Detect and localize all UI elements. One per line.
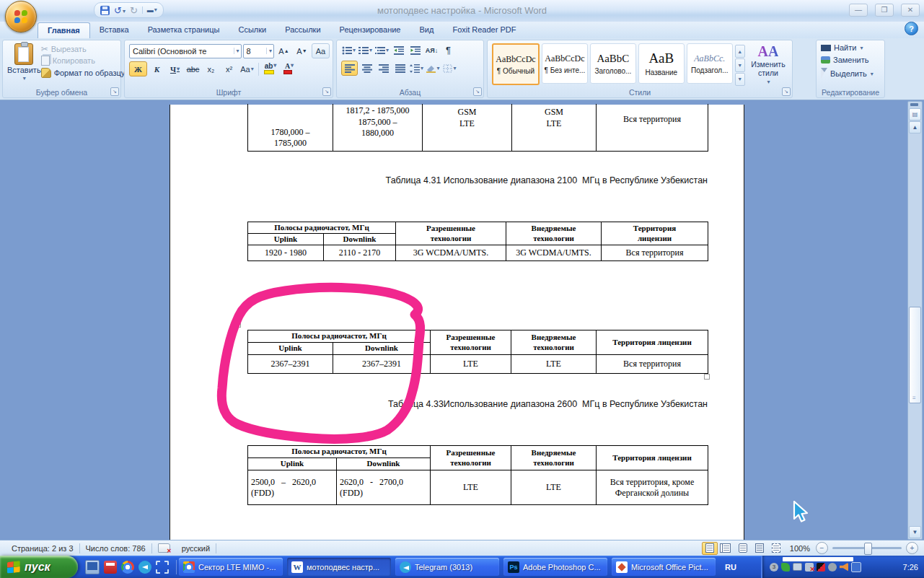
table-2600[interactable]: Полосы радиочастот, МГц Разрешенные техн…: [247, 445, 708, 505]
cell[interactable]: LTE: [431, 470, 511, 505]
tray-antivirus-icon[interactable]: [781, 563, 790, 572]
table-resize-handle[interactable]: [704, 374, 710, 380]
cell[interactable]: GSM LTE: [512, 104, 597, 152]
strikethrough-button[interactable]: abc: [185, 62, 201, 76]
bold-button[interactable]: Ж: [129, 61, 147, 76]
shading-button[interactable]: [426, 61, 441, 75]
cell[interactable]: 2367–2391: [333, 355, 431, 374]
cell[interactable]: 2110 - 2170: [324, 245, 396, 261]
bullets-button[interactable]: [341, 43, 356, 57]
outline-view-icon[interactable]: [752, 542, 767, 555]
increase-indent-button[interactable]: [408, 43, 423, 57]
paste-button[interactable]: Вставить: [7, 43, 41, 86]
cell[interactable]: Вся территория: [602, 245, 708, 261]
scrollbar-thumb[interactable]: [909, 307, 921, 403]
grow-font-button[interactable]: A▲: [276, 44, 292, 58]
header-allowed[interactable]: Разрешенные технологии: [431, 330, 511, 355]
select-button[interactable]: Выделить: [821, 68, 883, 79]
word-count[interactable]: Число слов: 786: [80, 544, 151, 553]
cell[interactable]: 3G WCDMA/UMTS.: [506, 245, 602, 261]
styles-scroll-up[interactable]: ▲: [735, 45, 745, 58]
styles-dialog-launcher[interactable]: [782, 87, 791, 96]
tray-display-icon[interactable]: [793, 563, 802, 571]
header-uplink[interactable]: Uplink: [248, 458, 337, 470]
style-normal[interactable]: AaBbCcDc ¶ Обычный: [492, 43, 540, 85]
align-left-button[interactable]: [341, 61, 358, 76]
task-photoshop[interactable]: Ps Adobe Photoshop C...: [503, 558, 607, 576]
zoom-slider-handle[interactable]: [864, 543, 872, 555]
cell[interactable]: 1920 - 1980: [248, 245, 324, 261]
table-2300[interactable]: Полосы радиочастот, МГц Разрешенные техн…: [247, 330, 708, 374]
chrome-icon[interactable]: [121, 561, 134, 574]
header-uplink[interactable]: Uplink: [248, 343, 333, 355]
tray-volume-icon[interactable]: [840, 563, 848, 572]
cell[interactable]: LTE: [511, 470, 597, 505]
decrease-indent-button[interactable]: [391, 43, 406, 57]
table-select-handle[interactable]: [235, 322, 241, 328]
tab-foxit-reader-pdf[interactable]: Foxit Reader PDF: [443, 22, 525, 38]
spellcheck-icon[interactable]: [158, 543, 170, 553]
office-button[interactable]: [5, 1, 37, 32]
language-indicator[interactable]: русский: [176, 544, 216, 553]
cell[interactable]: GSM LTE: [423, 104, 512, 152]
borders-button[interactable]: [442, 61, 457, 75]
align-right-button[interactable]: [376, 61, 391, 75]
cell[interactable]: 1817,2 - 1875,000 1875,000 – 1880,000: [333, 104, 423, 152]
style-subtitle[interactable]: AaBbCc. Подзагол...: [687, 43, 733, 84]
superscript-button[interactable]: x²: [221, 62, 237, 76]
line-spacing-button[interactable]: [409, 61, 424, 75]
sort-button[interactable]: АЯ↓: [424, 43, 439, 57]
header-band[interactable]: Полосы радиочастот, МГц: [248, 222, 396, 234]
scroll-up-icon[interactable]: ▲: [909, 121, 921, 133]
styles-scroll-down[interactable]: ▼: [735, 58, 745, 71]
tray-flag-icon[interactable]: [817, 563, 825, 572]
header-downlink[interactable]: Downlink: [324, 234, 396, 245]
cell[interactable]: LTE: [431, 355, 511, 374]
ruler-toggle-icon[interactable]: ▤: [909, 108, 921, 121]
change-styles-button[interactable]: AA Изменить стили: [747, 43, 789, 86]
split-handle[interactable]: [910, 103, 918, 106]
cell[interactable]: 3G WCDMA/UMTS.: [396, 245, 506, 261]
header-deployed[interactable]: Внедряемые технологии: [506, 222, 602, 245]
fullscreen-reading-view-icon[interactable]: [718, 542, 734, 555]
tab-vstavka[interactable]: Вставка: [90, 22, 138, 38]
restore-button[interactable]: ❐: [875, 4, 894, 17]
language-bar[interactable]: RU: [718, 563, 744, 572]
cell[interactable]: LTE: [511, 355, 597, 374]
find-button[interactable]: Найти: [821, 43, 883, 52]
font-color-button[interactable]: A: [281, 62, 298, 76]
change-case-button[interactable]: Aa: [239, 62, 255, 76]
tab-glavnaya[interactable]: Главная: [38, 22, 90, 38]
format-painter-button[interactable]: Формат по образцу: [41, 68, 126, 78]
header-uplink[interactable]: Uplink: [248, 234, 324, 245]
table-1800-fragment[interactable]: 1780,000 – 1785,000 1817,2 - 1875,000 18…: [247, 104, 708, 152]
task-word-motopodves[interactable]: W мотоподвес настр...: [287, 558, 391, 576]
italic-button[interactable]: К: [149, 62, 165, 76]
scroll-down-icon[interactable]: ▼: [909, 526, 921, 538]
align-center-button[interactable]: [359, 61, 374, 75]
cell[interactable]: 2620,0 - 2700,0 (FDD): [337, 470, 431, 505]
paragraph-dialog-launcher[interactable]: [473, 87, 482, 96]
justify-button[interactable]: [392, 61, 408, 75]
red-app-icon[interactable]: [104, 561, 117, 574]
cell[interactable]: 2500,0 – 2620,0 (FDD): [248, 470, 337, 505]
show-desktop-icon[interactable]: [85, 560, 100, 574]
replace-button[interactable]: Заменить: [821, 56, 883, 64]
tray-badge-icon[interactable]: 3: [770, 563, 778, 572]
style-heading1[interactable]: AaBbC Заголово...: [590, 43, 636, 84]
header-downlink[interactable]: Downlink: [337, 458, 431, 470]
cell[interactable]: Вся территория: [597, 355, 708, 374]
caption-table-2600[interactable]: Таблица 4.33Использование диапазона 2600…: [264, 399, 708, 409]
styles-gallery-more[interactable]: ▼: [735, 73, 745, 86]
clear-formatting-button[interactable]: Aa: [312, 43, 330, 58]
zoom-out-icon[interactable]: −: [816, 542, 828, 554]
zoom-in-icon[interactable]: +: [906, 542, 918, 554]
subscript-button[interactable]: x₂: [203, 62, 219, 76]
task-office-picture-manager[interactable]: Microsoft Office Pict...: [612, 558, 716, 576]
web-layout-view-icon[interactable]: [735, 542, 751, 555]
shrink-font-button[interactable]: A▼: [294, 44, 310, 58]
zoom-level[interactable]: 100%: [784, 544, 816, 553]
header-territory[interactable]: Территория лицензии: [597, 330, 708, 355]
help-icon[interactable]: [905, 22, 918, 35]
document-page[interactable]: 1780,000 – 1785,000 1817,2 - 1875,000 18…: [170, 105, 744, 540]
